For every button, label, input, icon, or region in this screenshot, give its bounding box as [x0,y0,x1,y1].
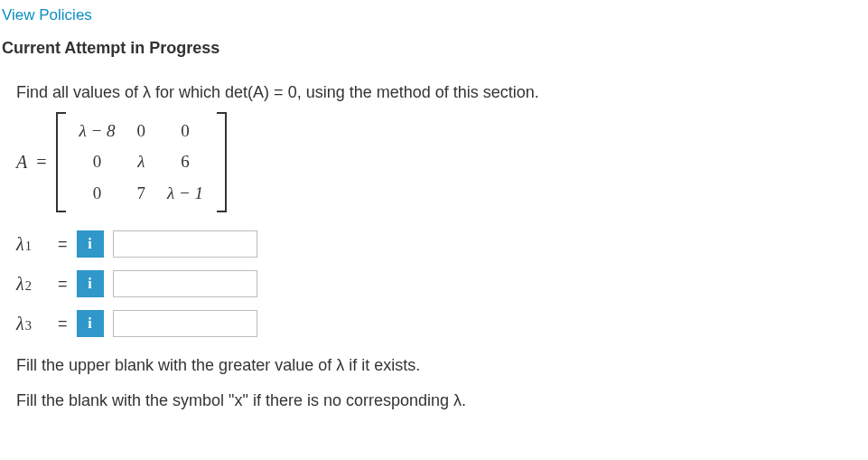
question-prompt: Find all values of λ for which det(A) = … [16,80,868,105]
matrix-cell: 0 [69,178,126,210]
lambda-2-input[interactable] [113,270,257,297]
equals-sign: = [58,312,68,336]
info-icon[interactable]: i [77,270,104,297]
matrix-equation: A = λ − 8 0 0 0 λ 6 0 7 λ − 1 [16,112,868,213]
instruction-line-2: Fill the blank with the symbol "x" if th… [16,389,868,413]
equals-sign: = [58,232,68,257]
matrix-cell: 0 [156,116,214,147]
equals-sign: = [58,272,68,296]
lambda-1-input[interactable] [113,230,257,258]
matrix-cell: λ − 8 [69,116,126,147]
matrix-cell: 7 [126,178,157,210]
matrix-cell: 6 [156,146,214,178]
matrix-cell: 0 [126,116,157,147]
matrix-label: A [16,148,27,175]
answer-row-1: λ1 = i [16,230,868,258]
matrix-cell: λ − 1 [156,178,214,210]
answer-row-2: λ2 = i [16,270,868,297]
matrix-cell: 0 [69,146,126,178]
equals-sign: = [36,148,46,175]
matrix-cell: λ [126,146,157,178]
view-policies-link[interactable]: View Policies [0,0,868,31]
instruction-line-1: Fill the upper blank with the greater va… [16,353,868,378]
info-icon[interactable]: i [77,310,104,337]
info-icon[interactable]: i [77,230,104,258]
question-content: Find all values of λ for which det(A) = … [0,73,868,414]
lambda-2-label: λ2 [16,270,49,297]
attempt-heading: Current Attempt in Progress [0,31,868,73]
lambda-3-input[interactable] [113,310,257,337]
lambda-3-label: λ3 [16,310,49,337]
answer-row-3: λ3 = i [16,310,868,337]
matrix: λ − 8 0 0 0 λ 6 0 7 λ − 1 [56,112,228,213]
lambda-1-label: λ1 [16,230,49,258]
instructions: Fill the upper blank with the greater va… [16,353,868,413]
